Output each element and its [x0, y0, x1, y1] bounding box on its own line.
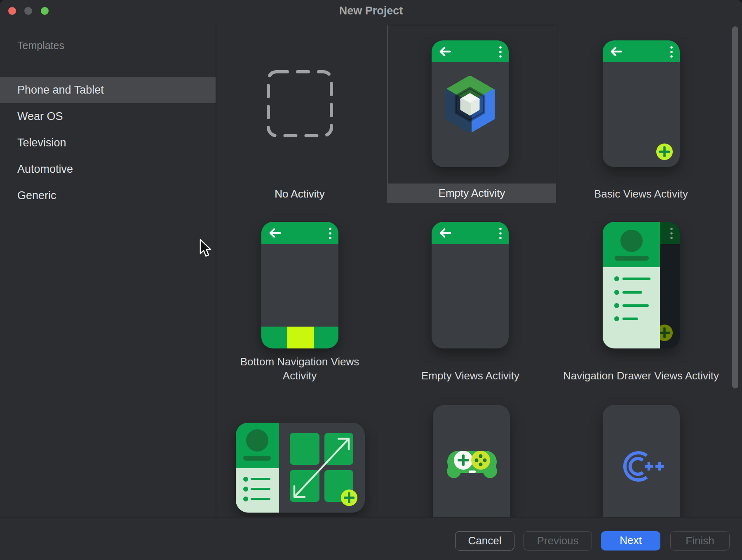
kebab-menu-icon	[499, 45, 502, 59]
navigation-drawer-views-preview[interactable]	[603, 222, 680, 348]
nav-segment-selected	[287, 327, 314, 348]
preview-appbar	[261, 222, 338, 244]
mouse-cursor	[199, 239, 213, 258]
compose-cube-icon	[445, 76, 495, 132]
preview-appbar	[603, 40, 680, 62]
template-label: Navigation Drawer Views Activity	[538, 369, 742, 383]
dialog-title: New Project	[0, 5, 742, 17]
sidebar-header: Templates	[17, 40, 64, 52]
finish-button[interactable]: Finish	[670, 531, 730, 551]
drawer-header	[603, 222, 660, 267]
back-arrow-icon	[438, 47, 451, 56]
native-cpp-preview[interactable]	[603, 405, 680, 517]
kebab-menu-icon	[499, 227, 502, 240]
basic-views-activity-preview[interactable]	[603, 40, 680, 167]
kebab-menu-icon	[670, 45, 673, 59]
nav-segment	[261, 327, 287, 348]
templates-sidebar: Templates Phone and Tablet Wear OS Telev…	[0, 21, 216, 560]
nav-segment	[314, 327, 338, 348]
kebab-menu-icon	[329, 227, 332, 240]
back-arrow-icon	[438, 228, 451, 238]
avatar-name-bar	[243, 456, 271, 461]
drawer-header	[236, 423, 279, 468]
back-arrow-icon	[609, 47, 622, 56]
template-label: Basic Views Activity	[579, 187, 703, 201]
bottom-nav-bar	[261, 327, 338, 348]
template-label: Bottom Navigation Views Activity	[234, 355, 366, 383]
drawer-body	[236, 468, 279, 513]
fab-plus-icon	[341, 489, 357, 506]
previous-button[interactable]: Previous	[524, 531, 592, 551]
template-grid: Empty Activity No Activity	[217, 21, 742, 517]
cancel-button[interactable]: Cancel	[455, 531, 514, 551]
game-activity-preview[interactable]	[433, 405, 510, 517]
bottom-navigation-views-preview[interactable]	[261, 222, 338, 348]
fab-plus-icon	[656, 144, 673, 160]
drawer-body	[603, 267, 660, 348]
empty-views-activity-preview[interactable]	[432, 222, 509, 348]
sidebar-item-generic[interactable]: Generic	[0, 182, 216, 209]
new-project-dialog: New Project Templates Phone and Tablet W…	[0, 0, 742, 560]
avatar-name-bar	[615, 256, 649, 261]
primary-detail-tablet-preview[interactable]	[236, 423, 365, 513]
cpp-logo-icon	[619, 450, 677, 483]
sidebar-item-phone-and-tablet[interactable]: Phone and Tablet	[0, 77, 216, 103]
dashed-placeholder-icon	[266, 70, 333, 138]
back-arrow-icon	[268, 228, 281, 238]
kebab-menu-icon	[670, 227, 673, 240]
sidebar-item-television[interactable]: Television	[0, 129, 216, 156]
nav-drawer-panel	[603, 222, 660, 348]
preview-appbar	[432, 40, 509, 62]
avatar-icon	[620, 230, 643, 252]
selected-template-label: Empty Activity	[388, 184, 556, 203]
avatar-icon	[246, 429, 268, 452]
preview-appbar	[432, 222, 509, 244]
sidebar-item-wear-os[interactable]: Wear OS	[0, 103, 216, 129]
dialog-footer: Cancel Previous Next Finish	[0, 517, 742, 560]
next-button[interactable]: Next	[601, 531, 660, 551]
empty-activity-preview[interactable]	[432, 40, 509, 167]
sidebar-item-automotive[interactable]: Automotive	[0, 156, 216, 182]
template-label: Empty Views Activity	[409, 369, 532, 383]
template-label: No Activity	[258, 187, 341, 201]
vertical-scrollbar-thumb[interactable]	[732, 26, 738, 388]
